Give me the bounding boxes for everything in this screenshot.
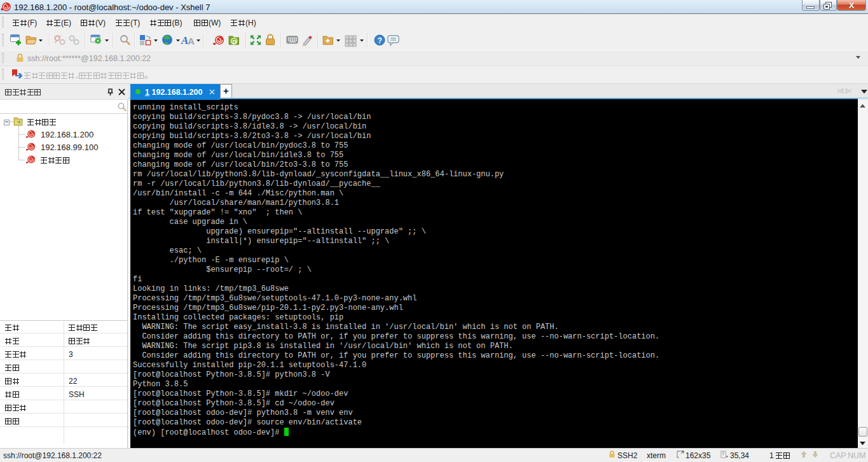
svg-text:?: ? — [378, 36, 382, 45]
svg-text:D: D — [233, 39, 237, 45]
svg-text:A: A — [188, 36, 195, 46]
